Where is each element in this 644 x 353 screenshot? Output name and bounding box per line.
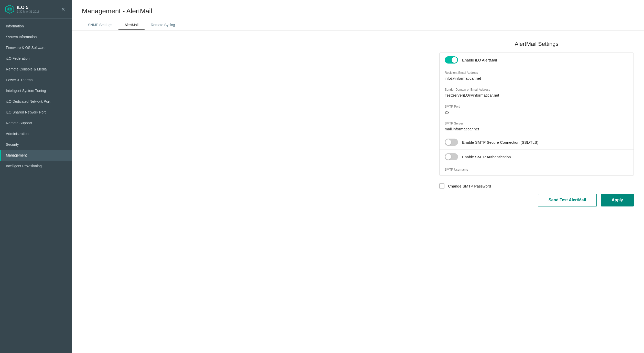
main-content: Management - AlertMail SNMP Settings Ale… — [72, 0, 644, 353]
tab-snmp-settings[interactable]: SNMP Settings — [82, 20, 118, 30]
sender-domain-value: TestServeriLO@informaticar.net — [445, 93, 499, 97]
tab-alertmail[interactable]: AlertMail — [118, 20, 145, 30]
sidebar-item-information[interactable]: Information — [0, 21, 72, 32]
smtp-username-label: SMTP Username — [445, 168, 468, 171]
enable-alertmail-toggle[interactable] — [445, 56, 458, 64]
toggle-thumb-auth — [445, 154, 451, 160]
sidebar-item-security[interactable]: Security — [0, 139, 72, 150]
tab-remote-syslog[interactable]: Remote Syslog — [145, 20, 181, 30]
svg-text:iLO: iLO — [7, 8, 12, 11]
sidebar-item-management[interactable]: Management — [0, 150, 72, 161]
logo-subtitle: 1.30 May 31 2018 — [17, 10, 39, 13]
sidebar-nav: InformationSystem InformationFirmware & … — [0, 19, 72, 353]
change-smtp-password-label: Change SMTP Password — [448, 184, 491, 188]
enable-smtp-auth-label: Enable SMTP Authentication — [462, 155, 511, 159]
smtp-port-row: SMTP Port 25 — [440, 101, 634, 118]
enable-alertmail-label: Enable iLO AlertMail — [462, 58, 497, 62]
smtp-port-value: 25 — [445, 110, 449, 114]
sidebar-item-intelligent-system-tuning[interactable]: Intelligent System Tuning — [0, 85, 72, 96]
enable-smtp-ssl-row: Enable SMTP Secure Connection (SSL/TLS) — [440, 135, 634, 150]
sidebar-header: iLO iLO 5 1.30 May 31 2018 ✕ — [0, 0, 72, 19]
sender-domain-label: Sender Domain or Email Address — [445, 88, 490, 91]
sidebar-item-remote-console-media[interactable]: Remote Console & Media — [0, 64, 72, 75]
sidebar-item-ilo-federation[interactable]: iLO Federation — [0, 53, 72, 64]
sidebar-item-intelligent-provisioning[interactable]: Intelligent Provisioning — [0, 161, 72, 171]
tab-bar: SNMP Settings AlertMail Remote Syslog — [82, 20, 634, 30]
logo-title: iLO 5 — [17, 5, 39, 10]
toggle-track-auth — [445, 153, 458, 160]
sidebar-item-remote-support[interactable]: Remote Support — [0, 118, 72, 128]
smtp-server-value: mail.informaticar.net — [445, 127, 479, 131]
sender-domain-row: Sender Domain or Email Address TestServe… — [440, 84, 634, 101]
toggle-track-alertmail — [445, 56, 458, 64]
sidebar-item-system-information[interactable]: System Information — [0, 32, 72, 42]
sidebar-logo: iLO iLO 5 1.30 May 31 2018 — [5, 5, 39, 14]
change-smtp-password-row: Change SMTP Password — [439, 181, 634, 191]
content-area: AlertMail Settings Enable iLO AlertMail … — [72, 30, 644, 353]
smtp-username-row: SMTP Username — [440, 164, 634, 175]
smtp-port-label: SMTP Port — [445, 105, 460, 108]
change-smtp-password-checkbox[interactable] — [439, 183, 444, 189]
sidebar: iLO iLO 5 1.30 May 31 2018 ✕ Information… — [0, 0, 72, 353]
enable-smtp-auth-toggle[interactable] — [445, 153, 458, 160]
enable-smtp-ssl-toggle[interactable] — [445, 139, 458, 146]
enable-smtp-auth-row: Enable SMTP Authentication — [440, 150, 634, 164]
smtp-server-row: SMTP Server mail.informaticar.net — [440, 118, 634, 135]
recipient-email-label: Recipient Email Address — [445, 71, 478, 75]
page-header: Management - AlertMail SNMP Settings Ale… — [72, 0, 644, 30]
page-title: Management - AlertMail — [82, 7, 634, 15]
toggle-thumb-alertmail — [452, 57, 457, 63]
alertmail-settings-panel: AlertMail Settings Enable iLO AlertMail … — [439, 41, 634, 206]
send-test-alertmail-button[interactable]: Send Test AlertMail — [538, 194, 597, 206]
ilo-logo-icon: iLO — [5, 5, 14, 14]
recipient-email-row: Recipient Email Address info@informatica… — [440, 67, 634, 84]
sidebar-item-administration[interactable]: Administration — [0, 128, 72, 139]
sidebar-item-ilo-shared-network-port[interactable]: iLO Shared Network Port — [0, 107, 72, 118]
settings-card: Enable iLO AlertMail Recipient Email Add… — [439, 53, 634, 176]
toggle-track-ssl — [445, 139, 458, 146]
apply-button[interactable]: Apply — [601, 194, 634, 206]
settings-title: AlertMail Settings — [439, 41, 634, 47]
logo-text: iLO 5 1.30 May 31 2018 — [17, 5, 39, 14]
recipient-email-value: info@informaticar.net — [445, 76, 481, 80]
sidebar-close-button[interactable]: ✕ — [60, 5, 67, 13]
action-buttons: Send Test AlertMail Apply — [439, 194, 634, 206]
toggle-thumb-ssl — [445, 139, 451, 145]
smtp-server-label: SMTP Server — [445, 122, 463, 125]
sidebar-item-firmware-os-software[interactable]: Firmware & OS Software — [0, 42, 72, 53]
sidebar-item-ilo-dedicated-network-port[interactable]: iLO Dedicated Network Port — [0, 96, 72, 107]
sidebar-item-power-thermal[interactable]: Power & Thermal — [0, 75, 72, 85]
enable-alertmail-row: Enable iLO AlertMail — [440, 53, 634, 67]
enable-smtp-ssl-label: Enable SMTP Secure Connection (SSL/TLS) — [462, 140, 538, 144]
